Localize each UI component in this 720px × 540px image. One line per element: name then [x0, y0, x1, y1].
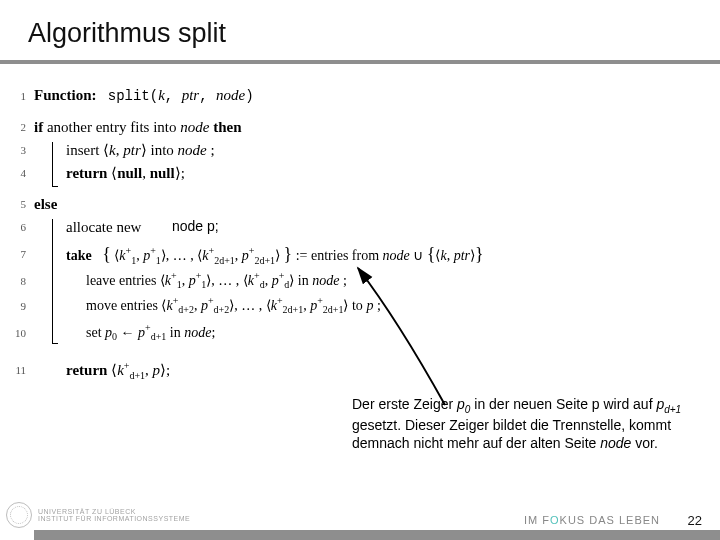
motto-part: KUS DAS LEBEN — [560, 514, 660, 526]
block-rule — [52, 219, 53, 343]
var: k — [117, 362, 124, 378]
note-text: in der neuen Seite p wird auf — [470, 396, 656, 412]
var-node: node — [383, 248, 410, 263]
line-number: 10 — [10, 325, 26, 342]
text: another entry fits into — [43, 119, 180, 135]
param-node: node — [216, 87, 245, 103]
var: p — [272, 273, 279, 288]
fn-name: split( — [108, 88, 158, 104]
line-number: 1 — [10, 88, 26, 105]
var: p — [201, 298, 208, 313]
sub: d+1 — [151, 331, 167, 342]
block-rule — [52, 142, 53, 186]
param-ptr: ptr — [182, 87, 200, 103]
overlay-node-p: node p; — [172, 218, 219, 234]
var-node: node — [178, 142, 207, 158]
algo-line: Function: split(k, ptr, node) — [34, 84, 254, 108]
var: p — [105, 325, 112, 340]
var-node: node — [312, 273, 339, 288]
var-node: node — [184, 325, 211, 340]
semi: ; — [181, 165, 185, 181]
sub: d+2 — [214, 304, 230, 315]
assign-arrow: ← — [117, 325, 138, 340]
algo-line: return null, null; — [66, 162, 185, 185]
slide: Algorithmus split 1 2 3 4 5 6 7 8 9 10 1… — [0, 0, 720, 540]
var-k: k — [109, 142, 116, 158]
text: := entries from — [296, 248, 383, 263]
algorithm-block: 1 2 3 4 5 6 7 8 9 10 11 Function: split(… — [10, 84, 550, 394]
kw-function: Function: — [34, 87, 97, 103]
semi: ; — [373, 298, 380, 313]
line-number: 5 — [10, 196, 26, 213]
university-text: UNIVERSITÄT ZU LÜBECK INSTITUT FÜR INFOR… — [38, 508, 190, 523]
sub: 2d+1 — [254, 255, 275, 266]
sub: 1 — [131, 255, 136, 266]
block-rule — [52, 343, 58, 344]
text: move entries — [86, 298, 161, 313]
note-var-node: node — [600, 435, 631, 451]
algo-line: insert k, ptr into node ; — [66, 139, 215, 162]
line-number: 3 — [10, 142, 26, 159]
motto-accent: O — [550, 514, 560, 526]
var: k — [440, 248, 446, 263]
text: set — [86, 325, 105, 340]
semi: ; — [211, 325, 215, 340]
text: leave entries — [86, 273, 160, 288]
algo-line: leave entries ⟨k+1, p+1⟩, … , ⟨k+d, p+d⟩… — [86, 268, 347, 293]
algo-line: set p0 ← p+d+1 in node; — [86, 320, 215, 345]
comma: , — [199, 88, 216, 104]
var: p — [138, 325, 145, 340]
note-text: Der erste Zeiger — [352, 396, 457, 412]
sub: 1 — [156, 255, 161, 266]
algo-line: else — [34, 193, 57, 216]
text: in — [166, 325, 184, 340]
line-number: 9 — [10, 298, 26, 315]
null: null — [117, 165, 142, 181]
algo-line: take { ⟨k+1, p+1⟩, … , ⟨k+2d+1, p+2d+1⟩ … — [66, 241, 484, 269]
text: in — [294, 273, 312, 288]
footer-bar — [34, 530, 720, 540]
kw-take: take — [66, 248, 92, 263]
semi: ; — [339, 273, 346, 288]
sub: 2d+1 — [283, 304, 304, 315]
sub: d — [284, 279, 289, 290]
var-node: node — [180, 119, 209, 135]
footer-affiliation: UNIVERSITÄT ZU LÜBECK INSTITUT FÜR INFOR… — [6, 500, 196, 530]
comma: , — [165, 88, 182, 104]
line-number: 7 — [10, 246, 26, 263]
sub: 2d+1 — [323, 304, 344, 315]
line-number: 2 — [10, 119, 26, 136]
var-ptr: ptr — [123, 142, 141, 158]
kw-if: if — [34, 119, 43, 135]
algo-line: move entries ⟨k+d+2, p+d+2⟩, … , ⟨k+2d+1… — [86, 293, 381, 318]
line-number: 6 — [10, 219, 26, 236]
sub: 1 — [201, 279, 206, 290]
university-name: UNIVERSITÄT ZU LÜBECK — [38, 508, 190, 515]
page-number: 22 — [688, 513, 702, 528]
param-k: k — [158, 87, 165, 103]
line-number: 11 — [10, 362, 26, 379]
paren-close: ) — [245, 88, 253, 104]
comma: , — [145, 362, 153, 378]
line-number: 8 — [10, 273, 26, 290]
var: p — [189, 273, 196, 288]
sub: 1 — [177, 279, 182, 290]
semi: ; — [207, 142, 215, 158]
footer-motto: IM FOKUS DAS LEBEN — [524, 514, 660, 526]
institute-name: INSTITUT FÜR INFORMATIONSSYSTEME — [38, 515, 190, 522]
slide-title: Algorithmus split — [28, 18, 226, 49]
sub: d — [260, 279, 265, 290]
note-sub-d1: d+1 — [664, 404, 681, 415]
line-number: 4 — [10, 165, 26, 182]
algo-line: if another entry fits into node then — [34, 116, 242, 139]
sub: d+1 — [129, 370, 145, 381]
text: allocate new — [66, 219, 141, 235]
block-rule — [52, 186, 58, 187]
text: insert — [66, 142, 103, 158]
comma: , — [142, 165, 150, 181]
kw-else: else — [34, 196, 57, 212]
sub: 2d+1 — [214, 255, 235, 266]
kw-then: then — [213, 119, 241, 135]
sub: d+2 — [178, 304, 194, 315]
note-text: vor. — [631, 435, 657, 451]
